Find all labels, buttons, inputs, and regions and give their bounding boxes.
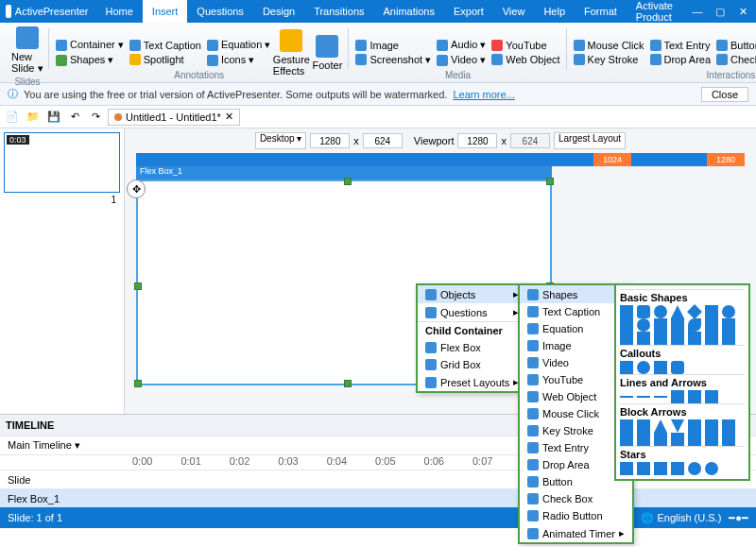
viewport-w-input[interactable] bbox=[457, 133, 497, 148]
tab-close-icon[interactable]: ✕ bbox=[225, 111, 233, 123]
submenu-timer[interactable]: Animated Timer▸ bbox=[520, 524, 632, 542]
timeline-title: TIMELINE bbox=[6, 419, 54, 431]
shapes-gallery[interactable]: Basic Shapes Callouts Lines and Arrows B… bbox=[614, 283, 750, 481]
move-icon[interactable]: ✥ bbox=[127, 179, 146, 198]
button-button[interactable]: Button bbox=[713, 39, 756, 52]
tab-transitions[interactable]: Transitions bbox=[304, 0, 373, 23]
tab-format[interactable]: Format bbox=[575, 0, 627, 23]
timeline-dropdown[interactable]: Main Timeline ▾ bbox=[0, 439, 125, 452]
equation-button[interactable]: Equation ▾ bbox=[204, 38, 273, 52]
tab-export[interactable]: Export bbox=[444, 0, 493, 23]
save-icon[interactable]: 💾 bbox=[45, 109, 62, 126]
menu-preset-layouts[interactable]: Preset Layouts▸ bbox=[418, 373, 526, 391]
width-input[interactable] bbox=[310, 133, 350, 148]
image-button[interactable]: Image bbox=[352, 39, 434, 52]
tab-design[interactable]: Design bbox=[253, 0, 304, 23]
info-icon: ⓘ bbox=[8, 87, 18, 101]
menu-flexbox[interactable]: Flex Box bbox=[418, 339, 526, 356]
app-icon bbox=[6, 5, 11, 18]
checkbox-button[interactable]: Check Box bbox=[713, 53, 756, 66]
timeline-row-flexbox[interactable]: Flex Box_1 bbox=[0, 493, 125, 504]
menu-gridbox[interactable]: Grid Box bbox=[418, 356, 526, 373]
screenshot-button[interactable]: Screenshot ▾ bbox=[352, 53, 434, 67]
height-input[interactable] bbox=[363, 133, 403, 148]
viewport-h-input[interactable] bbox=[510, 133, 550, 148]
timeline-row-slide[interactable]: Slide bbox=[0, 474, 125, 486]
submenu-radio[interactable]: Radio Button bbox=[520, 507, 632, 524]
youtube-button[interactable]: YouTube bbox=[489, 39, 562, 52]
container-button[interactable]: Container ▾ bbox=[53, 38, 127, 52]
activate-product[interactable]: Activate Product bbox=[627, 0, 682, 23]
undo-icon[interactable]: ↶ bbox=[66, 109, 83, 126]
new-slide-button[interactable]: New Slide ▾ bbox=[9, 25, 45, 77]
gesture-button[interactable]: Gesture Effects bbox=[273, 27, 309, 78]
layout-button[interactable]: Largest Layout bbox=[554, 132, 626, 149]
video-button[interactable]: Video ▾ bbox=[434, 53, 489, 67]
menu-questions[interactable]: Questions▸ bbox=[418, 303, 526, 321]
submenu-checkbox[interactable]: Check Box bbox=[520, 490, 632, 507]
keystroke-button[interactable]: Key Stroke bbox=[571, 53, 647, 66]
tab-home[interactable]: Home bbox=[95, 0, 142, 23]
audio-button[interactable]: Audio ▾ bbox=[434, 38, 489, 52]
slide-number: 1 bbox=[4, 193, 120, 207]
maximize-icon[interactable]: ▢ bbox=[713, 6, 728, 18]
textentry-button[interactable]: Text Entry bbox=[647, 39, 714, 52]
slide-thumbnail[interactable]: 0:03 bbox=[4, 132, 120, 193]
open-icon[interactable]: 📁 bbox=[25, 109, 42, 126]
tab-animations[interactable]: Animations bbox=[374, 0, 444, 23]
close-icon[interactable]: ✕ bbox=[735, 6, 750, 18]
document-tab[interactable]: Untitled1 - Untitled1*✕ bbox=[108, 109, 240, 126]
new-icon[interactable]: 📄 bbox=[4, 109, 21, 126]
footer-button[interactable]: Footer bbox=[309, 33, 345, 73]
learn-more-link[interactable]: Learn more... bbox=[453, 89, 514, 100]
language-selector[interactable]: 🌐 English (U.S.) bbox=[641, 512, 721, 524]
breakpoint-ruler[interactable]: 1024 1280 bbox=[136, 153, 745, 166]
tab-questions[interactable]: Questions bbox=[187, 0, 253, 23]
menu-objects[interactable]: Objects▸ bbox=[418, 285, 526, 303]
text-caption-button[interactable]: Text Caption bbox=[127, 39, 204, 52]
shapes-button[interactable]: Shapes ▾ bbox=[53, 53, 127, 67]
minimize-icon[interactable]: — bbox=[690, 6, 705, 18]
infobar-close-button[interactable]: Close bbox=[701, 87, 748, 102]
mouseclick-button[interactable]: Mouse Click bbox=[571, 39, 647, 52]
icons-button[interactable]: Icons ▾ bbox=[204, 53, 273, 67]
zoom-slider[interactable]: ━●━ bbox=[729, 512, 748, 524]
tab-view[interactable]: View bbox=[493, 0, 535, 23]
app-title: ActivePresenter bbox=[15, 6, 89, 17]
tab-insert[interactable]: Insert bbox=[143, 0, 188, 23]
tab-help[interactable]: Help bbox=[534, 0, 575, 23]
redo-icon[interactable]: ↷ bbox=[87, 109, 104, 126]
spotlight-button[interactable]: Spotlight bbox=[127, 53, 204, 66]
device-select[interactable]: Desktop ▾ bbox=[255, 132, 306, 149]
info-text: You are using the free or trial version … bbox=[24, 89, 447, 100]
webobject-button[interactable]: Web Object bbox=[489, 53, 562, 66]
slide-counter: Slide: 1 of 1 bbox=[8, 512, 62, 523]
droparea-button[interactable]: Drop Area bbox=[647, 53, 714, 66]
